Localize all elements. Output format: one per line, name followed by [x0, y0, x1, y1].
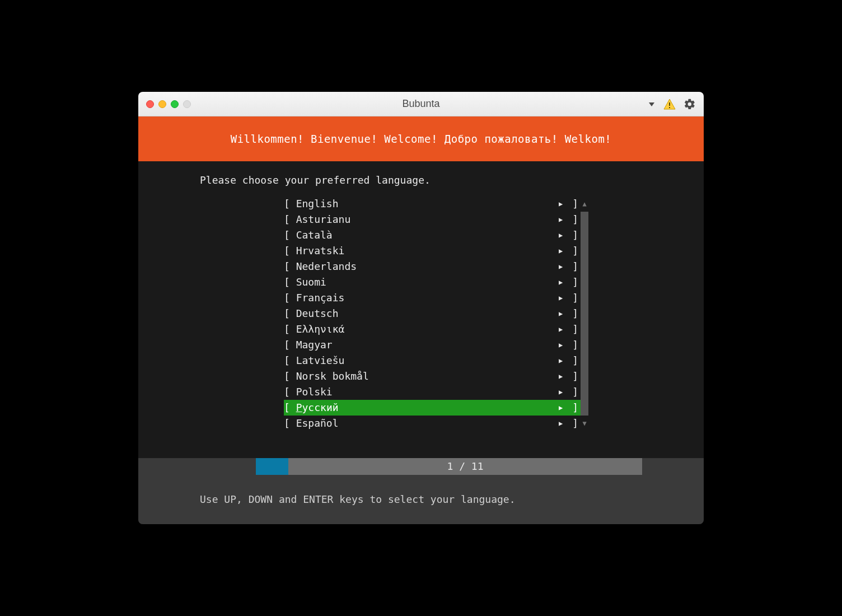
- chevron-right-icon: ▶: [559, 306, 566, 321]
- bracket-left: [: [284, 416, 296, 431]
- chevron-right-icon: ▶: [559, 384, 566, 400]
- language-item[interactable]: [ Français▶ ]: [284, 290, 581, 306]
- scroll-down-icon[interactable]: ▼: [581, 416, 588, 431]
- language-list[interactable]: [ English▶ ][ Asturianu▶ ][ Català▶ ][ H…: [284, 196, 581, 431]
- language-label: Nederlands: [296, 259, 559, 274]
- scroll-up-icon[interactable]: ▲: [581, 196, 588, 212]
- bracket-right: ]: [566, 306, 581, 321]
- bracket-left: [: [284, 212, 296, 227]
- scroll-track[interactable]: [581, 212, 588, 416]
- bracket-left: [: [284, 196, 296, 212]
- vm-window: Bubunta Willkommen! Bienvenue! Welcome! …: [138, 92, 704, 524]
- dropdown-icon[interactable]: [648, 100, 656, 108]
- language-item[interactable]: [ Magyar▶ ]: [284, 337, 581, 353]
- language-label: Español: [296, 416, 559, 431]
- language-label: Suomi: [296, 274, 559, 290]
- progress-bar: 1 / 11: [138, 458, 704, 475]
- warning-icon[interactable]: [663, 98, 676, 110]
- bracket-left: [: [284, 368, 296, 384]
- progress-text: 1 / 11: [288, 458, 642, 475]
- close-button[interactable]: [146, 100, 154, 108]
- bracket-right: ]: [566, 274, 581, 290]
- chevron-right-icon: ▶: [559, 259, 566, 274]
- bracket-left: [: [284, 243, 296, 259]
- language-label: Català: [296, 227, 559, 243]
- disabled-button: [183, 100, 191, 108]
- bracket-right: ]: [566, 368, 581, 384]
- bracket-left: [: [284, 400, 296, 416]
- chevron-right-icon: ▶: [559, 212, 566, 227]
- chevron-right-icon: ▶: [559, 353, 566, 368]
- gear-icon[interactable]: [684, 98, 696, 110]
- welcome-banner: Willkommen! Bienvenue! Welcome! Добро по…: [138, 116, 704, 161]
- bracket-right: ]: [566, 337, 581, 353]
- bracket-right: ]: [566, 243, 581, 259]
- window-title: Bubunta: [138, 98, 704, 110]
- bracket-right: ]: [566, 353, 581, 368]
- svg-rect-2: [669, 102, 670, 106]
- bracket-left: [: [284, 384, 296, 400]
- chevron-right-icon: ▶: [559, 416, 566, 431]
- language-item[interactable]: [ Ελληνικά▶ ]: [284, 321, 581, 337]
- titlebar-right: [648, 98, 696, 110]
- chevron-right-icon: ▶: [559, 227, 566, 243]
- language-label: Asturianu: [296, 212, 559, 227]
- bracket-right: ]: [566, 290, 581, 306]
- titlebar: Bubunta: [138, 92, 704, 116]
- bracket-right: ]: [566, 400, 581, 416]
- terminal: Willkommen! Bienvenue! Welcome! Добро по…: [138, 116, 704, 524]
- bracket-left: [: [284, 274, 296, 290]
- language-label: Français: [296, 290, 559, 306]
- language-item[interactable]: [ Asturianu▶ ]: [284, 212, 581, 227]
- chevron-right-icon: ▶: [559, 321, 566, 337]
- bracket-left: [: [284, 227, 296, 243]
- language-item[interactable]: [ Suomi▶ ]: [284, 274, 581, 290]
- bracket-left: [: [284, 337, 296, 353]
- bracket-right: ]: [566, 259, 581, 274]
- language-item[interactable]: [ Español▶ ]: [284, 416, 581, 431]
- language-item[interactable]: [ Polski▶ ]: [284, 384, 581, 400]
- minimize-button[interactable]: [158, 100, 166, 108]
- language-label: Ελληνικά: [296, 321, 559, 337]
- bracket-left: [: [284, 259, 296, 274]
- progress-pad-left: [138, 458, 256, 475]
- bracket-left: [: [284, 353, 296, 368]
- chevron-right-icon: ▶: [559, 400, 566, 416]
- language-label: Deutsch: [296, 306, 559, 321]
- svg-marker-0: [649, 102, 654, 106]
- language-item[interactable]: [ Hrvatski▶ ]: [284, 243, 581, 259]
- language-item[interactable]: [ Русский▶ ]: [284, 400, 581, 416]
- bracket-right: ]: [566, 384, 581, 400]
- bracket-right: ]: [566, 321, 581, 337]
- language-item[interactable]: [ Nederlands▶ ]: [284, 259, 581, 274]
- language-item[interactable]: [ Deutsch▶ ]: [284, 306, 581, 321]
- bracket-right: ]: [566, 196, 581, 212]
- language-label: Norsk bokmål: [296, 368, 559, 384]
- language-item[interactable]: [ English▶ ]: [284, 196, 581, 212]
- chevron-right-icon: ▶: [559, 368, 566, 384]
- language-label: Latviešu: [296, 353, 559, 368]
- bracket-right: ]: [566, 416, 581, 431]
- traffic-lights: [146, 100, 191, 108]
- progress-pad-right: [642, 458, 704, 475]
- chevron-right-icon: ▶: [559, 290, 566, 306]
- bracket-right: ]: [566, 212, 581, 227]
- chevron-right-icon: ▶: [559, 243, 566, 259]
- language-item[interactable]: [ Norsk bokmål▶ ]: [284, 368, 581, 384]
- language-item[interactable]: [ Latviešu▶ ]: [284, 353, 581, 368]
- progress-fill: [256, 458, 288, 475]
- chevron-right-icon: ▶: [559, 337, 566, 353]
- language-label: Hrvatski: [296, 243, 559, 259]
- bracket-left: [: [284, 306, 296, 321]
- language-label: Polski: [296, 384, 559, 400]
- chevron-right-icon: ▶: [559, 274, 566, 290]
- scrollbar[interactable]: ▲ ▼: [581, 196, 588, 431]
- bracket-left: [: [284, 290, 296, 306]
- zoom-button[interactable]: [171, 100, 179, 108]
- prompt-text: Please choose your preferred language.: [138, 172, 704, 196]
- language-item[interactable]: [ Català▶ ]: [284, 227, 581, 243]
- content-area: Please choose your preferred language. […: [138, 161, 704, 441]
- language-label: Русский: [296, 400, 559, 416]
- language-label: Magyar: [296, 337, 559, 353]
- language-label: English: [296, 196, 559, 212]
